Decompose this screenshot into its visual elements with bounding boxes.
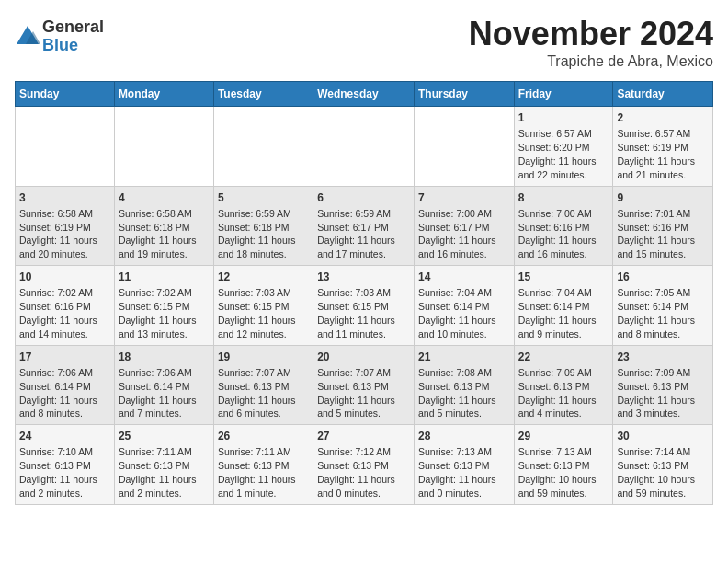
day-info: Sunrise: 7:05 AM Sunset: 6:14 PM Dayligh… bbox=[617, 287, 698, 339]
logo-blue: Blue bbox=[42, 36, 78, 54]
column-header-tuesday: Tuesday bbox=[213, 82, 313, 107]
calendar-week-1: 1Sunrise: 6:57 AM Sunset: 6:20 PM Daylig… bbox=[16, 107, 713, 187]
day-number: 14 bbox=[418, 270, 510, 284]
day-info: Sunrise: 6:58 AM Sunset: 6:18 PM Dayligh… bbox=[119, 208, 199, 260]
day-number: 6 bbox=[317, 190, 410, 205]
calendar-week-2: 3Sunrise: 6:58 AM Sunset: 6:19 PM Daylig… bbox=[16, 186, 713, 266]
day-info: Sunrise: 6:57 AM Sunset: 6:20 PM Dayligh… bbox=[518, 128, 599, 180]
calendar-cell: 16Sunrise: 7:05 AM Sunset: 6:14 PM Dayli… bbox=[613, 266, 713, 346]
day-info: Sunrise: 7:09 AM Sunset: 6:13 PM Dayligh… bbox=[518, 367, 599, 419]
page-title: November 2024 bbox=[469, 15, 713, 53]
day-info: Sunrise: 7:02 AM Sunset: 6:16 PM Dayligh… bbox=[19, 287, 100, 339]
day-number: 13 bbox=[317, 270, 410, 284]
calendar-week-4: 17Sunrise: 7:06 AM Sunset: 6:14 PM Dayli… bbox=[16, 345, 713, 425]
day-number: 28 bbox=[418, 429, 510, 443]
column-header-saturday: Saturday bbox=[613, 82, 713, 107]
calendar-cell: 10Sunrise: 7:02 AM Sunset: 6:16 PM Dayli… bbox=[16, 266, 115, 346]
day-number: 7 bbox=[418, 190, 510, 205]
header-row: SundayMondayTuesdayWednesdayThursdayFrid… bbox=[16, 82, 713, 107]
day-number: 4 bbox=[119, 190, 210, 205]
day-number: 23 bbox=[617, 350, 709, 364]
calendar-cell: 11Sunrise: 7:02 AM Sunset: 6:15 PM Dayli… bbox=[114, 266, 213, 346]
day-info: Sunrise: 7:11 AM Sunset: 6:13 PM Dayligh… bbox=[218, 446, 299, 499]
calendar-week-3: 10Sunrise: 7:02 AM Sunset: 6:16 PM Dayli… bbox=[16, 266, 713, 346]
logo-icon bbox=[15, 24, 40, 50]
title-block: November 2024 Trapiche de Abra, Mexico bbox=[469, 15, 713, 70]
calendar-cell: 26Sunrise: 7:11 AM Sunset: 6:13 PM Dayli… bbox=[213, 425, 313, 505]
day-number: 17 bbox=[19, 350, 110, 364]
column-header-monday: Monday bbox=[114, 82, 213, 107]
day-number: 26 bbox=[218, 429, 309, 443]
day-info: Sunrise: 6:59 AM Sunset: 6:17 PM Dayligh… bbox=[317, 208, 398, 260]
calendar-cell: 13Sunrise: 7:03 AM Sunset: 6:15 PM Dayli… bbox=[313, 266, 415, 346]
day-info: Sunrise: 7:08 AM Sunset: 6:13 PM Dayligh… bbox=[418, 367, 499, 419]
calendar-cell: 1Sunrise: 6:57 AM Sunset: 6:20 PM Daylig… bbox=[514, 107, 613, 187]
day-number: 27 bbox=[317, 429, 410, 443]
day-info: Sunrise: 7:13 AM Sunset: 6:13 PM Dayligh… bbox=[518, 446, 599, 499]
day-number: 15 bbox=[518, 270, 609, 284]
calendar-cell: 6Sunrise: 6:59 AM Sunset: 6:17 PM Daylig… bbox=[313, 186, 415, 266]
day-info: Sunrise: 6:58 AM Sunset: 6:19 PM Dayligh… bbox=[19, 208, 100, 260]
calendar-week-5: 24Sunrise: 7:10 AM Sunset: 6:13 PM Dayli… bbox=[16, 425, 713, 505]
column-header-friday: Friday bbox=[514, 82, 613, 107]
page-subtitle: Trapiche de Abra, Mexico bbox=[469, 53, 713, 70]
day-number: 18 bbox=[119, 350, 210, 364]
day-info: Sunrise: 7:04 AM Sunset: 6:14 PM Dayligh… bbox=[418, 287, 499, 339]
calendar-cell: 28Sunrise: 7:13 AM Sunset: 6:13 PM Dayli… bbox=[414, 425, 514, 505]
calendar-cell: 3Sunrise: 6:58 AM Sunset: 6:19 PM Daylig… bbox=[16, 186, 115, 266]
day-info: Sunrise: 7:06 AM Sunset: 6:14 PM Dayligh… bbox=[119, 367, 199, 419]
logo-general: General bbox=[42, 17, 104, 36]
day-info: Sunrise: 7:07 AM Sunset: 6:13 PM Dayligh… bbox=[218, 367, 299, 419]
day-info: Sunrise: 7:12 AM Sunset: 6:13 PM Dayligh… bbox=[317, 446, 398, 499]
calendar-cell bbox=[414, 107, 514, 187]
calendar-cell: 29Sunrise: 7:13 AM Sunset: 6:13 PM Dayli… bbox=[514, 425, 613, 505]
calendar-cell: 19Sunrise: 7:07 AM Sunset: 6:13 PM Dayli… bbox=[213, 345, 313, 425]
day-info: Sunrise: 7:06 AM Sunset: 6:14 PM Dayligh… bbox=[19, 367, 100, 419]
day-number: 5 bbox=[218, 190, 309, 205]
calendar-cell: 27Sunrise: 7:12 AM Sunset: 6:13 PM Dayli… bbox=[313, 425, 415, 505]
calendar-cell: 15Sunrise: 7:04 AM Sunset: 6:14 PM Dayli… bbox=[514, 266, 613, 346]
calendar-cell bbox=[16, 107, 115, 187]
day-info: Sunrise: 7:04 AM Sunset: 6:14 PM Dayligh… bbox=[518, 287, 599, 339]
day-info: Sunrise: 7:02 AM Sunset: 6:15 PM Dayligh… bbox=[119, 287, 199, 339]
logo: General Blue bbox=[15, 18, 104, 55]
calendar-cell: 17Sunrise: 7:06 AM Sunset: 6:14 PM Dayli… bbox=[16, 345, 115, 425]
day-number: 20 bbox=[317, 350, 410, 364]
calendar-cell: 7Sunrise: 7:00 AM Sunset: 6:17 PM Daylig… bbox=[414, 186, 514, 266]
calendar-cell bbox=[213, 107, 313, 187]
day-number: 19 bbox=[218, 350, 309, 364]
column-header-wednesday: Wednesday bbox=[313, 82, 415, 107]
calendar-cell bbox=[114, 107, 213, 187]
day-number: 25 bbox=[119, 429, 210, 443]
calendar-cell: 23Sunrise: 7:09 AM Sunset: 6:13 PM Dayli… bbox=[613, 345, 713, 425]
day-info: Sunrise: 7:14 AM Sunset: 6:13 PM Dayligh… bbox=[617, 446, 698, 499]
page-header: General Blue November 2024 Trapiche de A… bbox=[15, 15, 713, 70]
calendar-cell: 14Sunrise: 7:04 AM Sunset: 6:14 PM Dayli… bbox=[414, 266, 514, 346]
calendar-cell: 2Sunrise: 6:57 AM Sunset: 6:19 PM Daylig… bbox=[613, 107, 713, 187]
day-info: Sunrise: 7:00 AM Sunset: 6:16 PM Dayligh… bbox=[518, 208, 599, 260]
day-number: 11 bbox=[119, 270, 210, 284]
calendar-cell: 12Sunrise: 7:03 AM Sunset: 6:15 PM Dayli… bbox=[213, 266, 313, 346]
day-info: Sunrise: 6:57 AM Sunset: 6:19 PM Dayligh… bbox=[617, 128, 698, 180]
day-info: Sunrise: 7:01 AM Sunset: 6:16 PM Dayligh… bbox=[617, 208, 698, 260]
calendar-cell: 21Sunrise: 7:08 AM Sunset: 6:13 PM Dayli… bbox=[414, 345, 514, 425]
day-info: Sunrise: 7:07 AM Sunset: 6:13 PM Dayligh… bbox=[317, 367, 398, 419]
day-number: 1 bbox=[518, 110, 609, 125]
calendar-cell: 20Sunrise: 7:07 AM Sunset: 6:13 PM Dayli… bbox=[313, 345, 415, 425]
day-number: 2 bbox=[617, 110, 709, 125]
calendar-table: SundayMondayTuesdayWednesdayThursdayFrid… bbox=[15, 81, 713, 505]
day-number: 16 bbox=[617, 270, 709, 284]
column-header-sunday: Sunday bbox=[16, 82, 115, 107]
calendar-cell: 4Sunrise: 6:58 AM Sunset: 6:18 PM Daylig… bbox=[114, 186, 213, 266]
calendar-cell bbox=[313, 107, 415, 187]
day-info: Sunrise: 7:11 AM Sunset: 6:13 PM Dayligh… bbox=[119, 446, 199, 499]
calendar-cell: 18Sunrise: 7:06 AM Sunset: 6:14 PM Dayli… bbox=[114, 345, 213, 425]
calendar-cell: 5Sunrise: 6:59 AM Sunset: 6:18 PM Daylig… bbox=[213, 186, 313, 266]
day-number: 3 bbox=[19, 190, 110, 205]
day-number: 30 bbox=[617, 429, 709, 443]
day-number: 24 bbox=[19, 429, 110, 443]
day-number: 29 bbox=[518, 429, 609, 443]
calendar-header: SundayMondayTuesdayWednesdayThursdayFrid… bbox=[16, 82, 713, 107]
calendar-cell: 8Sunrise: 7:00 AM Sunset: 6:16 PM Daylig… bbox=[514, 186, 613, 266]
day-info: Sunrise: 7:13 AM Sunset: 6:13 PM Dayligh… bbox=[418, 446, 499, 499]
